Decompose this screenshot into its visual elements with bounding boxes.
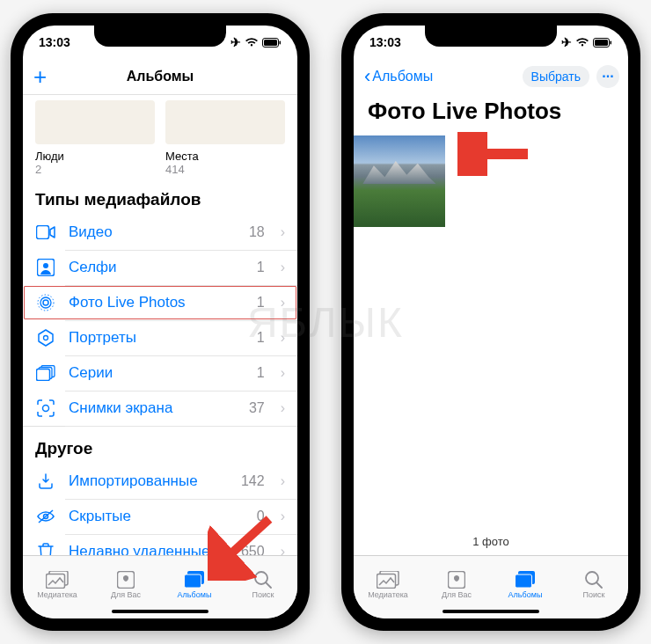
places-thumb (165, 100, 285, 144)
album-count: 2 (35, 163, 155, 176)
chevron-right-icon: › (281, 509, 285, 524)
row-label: Недавно удаленные (69, 543, 229, 555)
chevron-right-icon: › (281, 330, 285, 346)
row-count: 18 (249, 224, 265, 240)
tab-albums[interactable]: Альбомы (160, 556, 229, 608)
tab-search[interactable]: Поиск (560, 556, 628, 608)
svg-line-22 (266, 582, 271, 588)
row-label: Серии (69, 364, 245, 382)
search-icon (254, 570, 272, 589)
back-button[interactable]: ‹ Альбомы (364, 65, 433, 88)
row-portraits[interactable]: Портреты 1 › (23, 320, 297, 355)
home-indicator[interactable] (112, 610, 208, 613)
tab-library[interactable]: Медиатека (23, 556, 91, 608)
status-icons: ✈︎ (230, 35, 282, 49)
status-time: 13:03 (369, 35, 401, 49)
chevron-left-icon: ‹ (364, 65, 370, 88)
svg-point-13 (43, 406, 49, 412)
chevron-right-icon: › (281, 365, 285, 381)
row-count: 142 (241, 473, 265, 489)
photo-count: 1 фото (354, 524, 628, 555)
nav-header: + Альбомы (23, 59, 297, 95)
chevron-right-icon: › (281, 260, 285, 275)
svg-line-32 (596, 582, 602, 588)
row-count: 650 (241, 544, 265, 555)
album-name: Люди (35, 150, 155, 163)
row-label: Фото Live Photos (69, 294, 245, 311)
row-count: 1 (257, 260, 265, 275)
row-label: Видео (69, 223, 237, 241)
albums-row: Люди 2 Места 414 (23, 95, 297, 185)
airplane-icon: ✈︎ (561, 35, 572, 49)
svg-rect-2 (280, 40, 282, 44)
battery-icon (593, 38, 612, 48)
tab-foryou[interactable]: Для Вас (422, 556, 491, 608)
svg-rect-30 (516, 574, 532, 588)
page-title: Фото Live Photos (354, 94, 628, 135)
row-label: Портреты (69, 329, 245, 347)
livephoto-icon (35, 293, 56, 312)
chevron-right-icon: › (281, 224, 285, 240)
svg-rect-12 (37, 370, 50, 381)
row-burst[interactable]: Серии 1 › (23, 355, 297, 391)
row-count: 1 (257, 365, 265, 381)
chevron-right-icon: › (281, 400, 285, 416)
library-icon (377, 570, 399, 589)
row-count: 0 (257, 509, 265, 524)
home-indicator[interactable] (443, 610, 539, 613)
row-imported[interactable]: Импортированные 142 › (23, 464, 297, 499)
notch (94, 26, 226, 47)
nav-header: ‹ Альбомы Выбрать ··· (354, 59, 628, 94)
status-icons: ✈︎ (561, 35, 612, 49)
chevron-right-icon: › (281, 544, 285, 555)
album-places[interactable]: Места 414 (165, 100, 285, 176)
albums-icon (184, 570, 205, 589)
status-time: 13:03 (39, 35, 70, 49)
svg-rect-20 (185, 574, 201, 588)
tab-foryou[interactable]: Для Вас (91, 556, 160, 608)
svg-point-9 (44, 336, 48, 340)
chevron-right-icon: › (281, 295, 285, 311)
row-count: 1 (257, 330, 265, 346)
notch (425, 26, 557, 47)
svg-rect-25 (611, 40, 612, 44)
tab-label: Медиатека (37, 590, 77, 599)
tab-library[interactable]: Медиатека (354, 556, 422, 608)
hidden-icon (35, 507, 56, 526)
albums-icon (515, 570, 536, 589)
portrait-icon (35, 328, 56, 348)
row-recently-deleted[interactable]: Недавно удаленные 650 › (23, 534, 297, 555)
svg-rect-1 (264, 40, 277, 46)
select-button[interactable]: Выбрать (523, 66, 589, 87)
row-video[interactable]: Видео 18 › (23, 215, 297, 250)
video-icon (35, 223, 56, 242)
svg-rect-24 (595, 40, 608, 46)
tab-search[interactable]: Поиск (229, 556, 297, 608)
row-label: Импортированные (69, 472, 229, 490)
wifi-icon (575, 38, 589, 48)
section-media-types: Типы медиафайлов (23, 185, 297, 215)
import-icon (35, 472, 56, 491)
tab-label: Для Вас (442, 590, 472, 599)
row-hidden[interactable]: Скрытые 0 › (23, 499, 297, 534)
burst-icon (35, 363, 56, 383)
photo-thumbnail[interactable] (354, 135, 445, 227)
foryou-icon (117, 570, 135, 589)
photo-grid (354, 135, 628, 227)
chevron-right-icon: › (281, 473, 285, 489)
album-people[interactable]: Люди 2 (35, 100, 155, 176)
svg-point-7 (40, 297, 51, 308)
phone-left: 13:03 ✈︎ + Альбомы Люди 2 (11, 13, 310, 631)
tab-label: Для Вас (111, 590, 141, 599)
section-other: Другое (23, 426, 297, 464)
row-screenshots[interactable]: Снимки экрана 37 › (23, 391, 297, 426)
tab-label: Альбомы (508, 590, 543, 599)
more-button[interactable]: ··· (596, 65, 619, 88)
row-live-photos[interactable]: Фото Live Photos 1 › (23, 285, 297, 320)
svg-point-6 (43, 300, 48, 305)
row-selfie[interactable]: Селфи 1 › (23, 250, 297, 285)
phone-right: 13:03 ✈︎ ‹ Альбомы Выбрать ··· Фото Live… (341, 13, 640, 631)
foryou-icon (448, 570, 465, 589)
tab-albums[interactable]: Альбомы (491, 556, 560, 608)
add-button[interactable]: + (33, 65, 47, 88)
